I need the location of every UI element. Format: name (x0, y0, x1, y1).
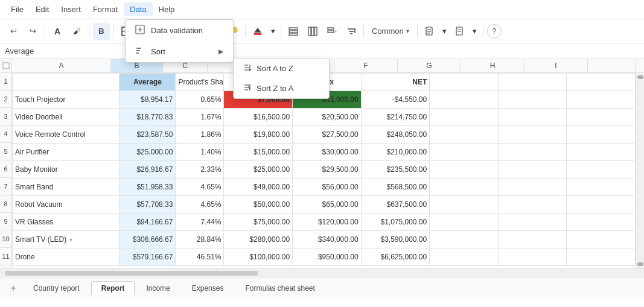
cell-1h[interactable] (498, 74, 567, 91)
cell-1f[interactable]: NET (361, 74, 430, 91)
format-dropdown[interactable]: Common ▾ (368, 25, 413, 37)
col-header-a[interactable]: A (12, 59, 111, 72)
tab-formulas[interactable]: Formulas cheat sheet (235, 281, 325, 295)
tab-expenses[interactable]: Expenses (182, 281, 234, 295)
rows-button[interactable] (285, 23, 302, 40)
undo-button[interactable]: ↩ (5, 23, 22, 40)
scrollbar-down-thumb[interactable] (637, 262, 643, 266)
cell-1i[interactable] (567, 74, 636, 91)
cell-2g[interactable] (430, 91, 499, 109)
cell-4c[interactable]: 1.86% (176, 126, 224, 144)
tab-report[interactable]: Report (91, 281, 135, 295)
tab-country-report[interactable]: Country report (23, 281, 90, 295)
cell-8d[interactable]: $50,000.00 (224, 196, 293, 214)
cell-3g[interactable] (430, 109, 499, 126)
cell-11a[interactable]: Drone (13, 248, 120, 266)
menu-file[interactable]: File (5, 2, 30, 16)
cell-11c[interactable]: 46.51% (176, 248, 224, 266)
cell-2c[interactable]: 0.65% (176, 91, 224, 109)
menu-format[interactable]: Format (87, 2, 124, 16)
cell-2b[interactable]: $8,954.17 (120, 91, 176, 109)
cell-3c[interactable]: 1.67% (176, 109, 224, 126)
cell-5a[interactable]: Air Purifier (13, 144, 120, 161)
cell-8f[interactable]: $637,500.00 (361, 196, 430, 214)
cell-7a[interactable]: Smart Band (13, 179, 120, 196)
bold-button[interactable]: B (93, 23, 110, 40)
select-all-icon[interactable] (2, 62, 10, 69)
fill-button[interactable] (249, 23, 266, 40)
cell-1g[interactable] (430, 74, 499, 91)
dropdown-indicator[interactable]: ▾ (69, 236, 72, 243)
cell-7g[interactable] (430, 179, 499, 196)
cell-1b[interactable]: Average (120, 74, 176, 91)
cell-11e[interactable]: $950,000.00 (293, 248, 362, 266)
tab-income[interactable]: Income (136, 281, 180, 295)
cell-4f[interactable]: $248,050.00 (361, 126, 430, 144)
col-header-g[interactable]: G (398, 59, 461, 72)
cell-3i[interactable] (567, 109, 636, 126)
cell-7f[interactable]: $568,500.00 (361, 179, 430, 196)
cell-10d[interactable]: $280,000.00 (224, 231, 293, 248)
cell-8e[interactable]: $65,000.00 (293, 196, 362, 214)
cell-8b[interactable]: $57,708.33 (120, 196, 176, 214)
cell-10b[interactable]: $306,666.67 (120, 231, 176, 248)
fill-dropdown[interactable]: ▾ (269, 23, 277, 40)
cell-2h[interactable] (498, 91, 567, 109)
filter-button[interactable] (343, 23, 360, 40)
cell-9h[interactable] (498, 214, 567, 231)
cell-2i[interactable] (567, 91, 636, 109)
add-rows-button[interactable]: + (324, 23, 340, 40)
cell-7c[interactable]: 4.65% (176, 179, 224, 196)
redo-button[interactable]: ↪ (24, 23, 41, 40)
cell-9a[interactable]: VR Glasses (13, 214, 120, 231)
cell-9b[interactable]: $94,166.67 (120, 214, 176, 231)
cell-11f[interactable]: $6,625,000.00 (361, 248, 430, 266)
cell-8c[interactable]: 4.65% (176, 196, 224, 214)
help-button[interactable]: ? (487, 24, 502, 39)
doc1-button[interactable] (421, 23, 438, 40)
cell-7h[interactable] (498, 179, 567, 196)
cell-4h[interactable] (498, 126, 567, 144)
cell-9g[interactable] (430, 214, 499, 231)
cell-1a[interactable] (13, 74, 120, 91)
menu-insert[interactable]: Insert (55, 2, 87, 16)
add-sheet-button[interactable]: + (5, 280, 22, 297)
cell-7i[interactable] (567, 179, 636, 196)
vertical-scrollbar[interactable] (636, 73, 644, 268)
cell-10c[interactable]: 28.84% (176, 231, 224, 248)
cell-6h[interactable] (498, 161, 567, 179)
cell-7e[interactable]: $56,000.00 (293, 179, 362, 196)
cell-6b[interactable]: $26,916.67 (120, 161, 176, 179)
cell-9i[interactable] (567, 214, 636, 231)
sort-az-item[interactable]: Sort A to Z (234, 59, 329, 78)
cell-4g[interactable] (430, 126, 499, 144)
cell-6e[interactable]: $29,500.00 (293, 161, 362, 179)
cell-9c[interactable]: 7.44% (176, 214, 224, 231)
menu-edit[interactable]: Edit (30, 2, 55, 16)
cell-2a[interactable]: Touch Projector (13, 91, 120, 109)
cell-6f[interactable]: $235,500.00 (361, 161, 430, 179)
cell-11d[interactable]: $100,000.00 (224, 248, 293, 266)
doc2-button[interactable] (451, 23, 468, 40)
sort-za-item[interactable]: Sort Z to A (234, 78, 329, 98)
cell-10a[interactable]: Smart TV (LED) ▾ (13, 231, 120, 248)
menu-help[interactable]: Help (153, 2, 181, 16)
cell-11h[interactable] (498, 248, 567, 266)
cell-5c[interactable]: 1.40% (176, 144, 224, 161)
cell-1c[interactable]: Product's Share (176, 74, 224, 91)
cell-8a[interactable]: Robot Vacuum (13, 196, 120, 214)
cell-5b[interactable]: $25,000.00 (120, 144, 176, 161)
cell-5e[interactable]: $30,000.00 (293, 144, 362, 161)
cell-11g[interactable] (430, 248, 499, 266)
horizontal-scrollbar[interactable] (0, 268, 644, 277)
cell-9d[interactable]: $75,000.00 (224, 214, 293, 231)
doc2-dropdown[interactable]: ▾ (471, 23, 479, 40)
scrollbar-thumb-h[interactable] (5, 271, 258, 276)
cell-5i[interactable] (567, 144, 636, 161)
cell-8h[interactable] (498, 196, 567, 214)
cell-5h[interactable] (498, 144, 567, 161)
cell-11b[interactable]: $579,166.67 (120, 248, 176, 266)
doc1-dropdown[interactable]: ▾ (441, 23, 449, 40)
cell-4d[interactable]: $19,800.00 (224, 126, 293, 144)
cell-5f[interactable]: $210,000.00 (361, 144, 430, 161)
